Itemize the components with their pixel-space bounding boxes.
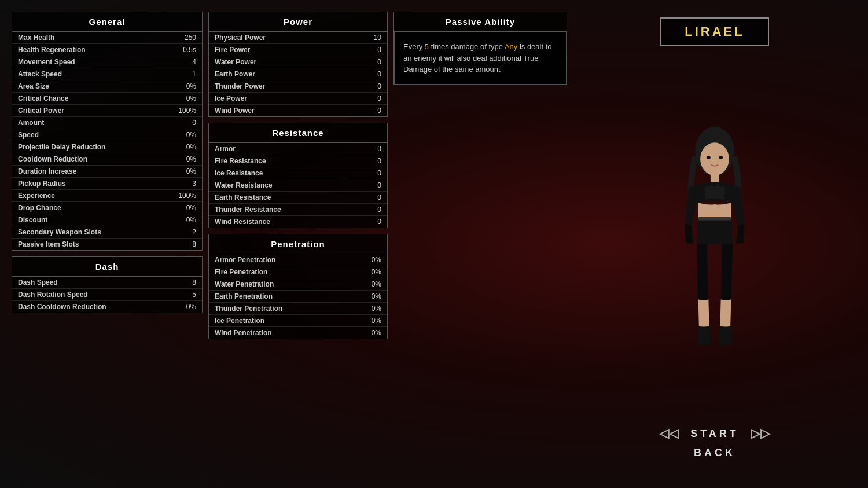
svg-point-3 <box>719 156 723 159</box>
stat-label: Water Resistance <box>215 181 273 189</box>
table-row: Armor0 <box>209 143 387 155</box>
passive-ability-panel: Passive Ability Every 5 times damage of … <box>393 12 567 476</box>
table-row: Wind Resistance0 <box>209 216 387 228</box>
stat-value: 0% <box>173 155 196 163</box>
stat-value: 0% <box>173 167 196 175</box>
stat-value: 0% <box>173 131 196 139</box>
stat-value: 0% <box>358 292 381 300</box>
passive-text-mid: times damage of type <box>429 42 505 51</box>
general-stats-list: Max Health250Health Regeneration0.5sMove… <box>12 32 202 250</box>
table-row: Duration Increase0% <box>12 166 202 178</box>
stat-value: 0% <box>358 256 381 264</box>
stat-value: 3 <box>173 179 196 188</box>
table-row: Ice Power0 <box>209 93 387 105</box>
table-row: Critical Power100% <box>12 105 202 117</box>
table-row: Projectile Delay Reduction0% <box>12 141 202 153</box>
stat-value: 0 <box>358 58 381 66</box>
table-row: Wind Penetration0% <box>209 327 387 339</box>
stat-value: 0 <box>358 107 381 115</box>
passive-header: Passive Ability <box>394 12 567 32</box>
table-row: Water Resistance0 <box>209 179 387 192</box>
stat-label: Duration Increase <box>18 167 76 175</box>
stat-label: Thunder Penetration <box>215 304 282 313</box>
table-row: Drop Chance0% <box>12 202 202 214</box>
stat-label: Fire Penetration <box>215 268 267 276</box>
stat-label: Armor Penetration <box>215 256 275 264</box>
dash-panel: Dash Dash Speed8Dash Rotation Speed5Dash… <box>12 256 203 313</box>
table-row: Secondary Weapon Slots2 <box>12 226 202 239</box>
stat-label: Fire Resistance <box>215 157 266 165</box>
general-header: General <box>12 12 202 32</box>
stat-label: Fire Power <box>215 46 250 54</box>
stat-value: 4 <box>173 58 196 66</box>
next-character-button[interactable]: ▷▷ <box>751 426 770 441</box>
penetration-header: Penetration <box>209 234 387 254</box>
table-row: Thunder Penetration0% <box>209 303 387 315</box>
stat-value: 0% <box>173 82 196 90</box>
power-stats-list: Physical Power10Fire Power0Water Power0E… <box>209 32 387 116</box>
stat-label: Physical Power <box>215 34 266 42</box>
stat-label: Max Health <box>18 34 54 42</box>
dash-stats-list: Dash Speed8Dash Rotation Speed5Dash Cool… <box>12 277 202 313</box>
stat-label: Movement Speed <box>18 58 75 66</box>
stat-value: 0% <box>173 94 196 102</box>
stat-value: 0.5s <box>173 46 196 54</box>
table-row: Dash Rotation Speed5 <box>12 289 202 301</box>
stat-value: 100% <box>173 107 196 115</box>
table-row: Critical Chance0% <box>12 93 202 105</box>
stat-value: 0 <box>358 82 381 90</box>
back-button[interactable]: BACK <box>694 447 735 459</box>
table-row: Wind Power0 <box>209 105 387 116</box>
stat-value: 1 <box>173 70 196 78</box>
stat-label: Ice Penetration <box>215 317 264 325</box>
table-row: Experience100% <box>12 190 202 202</box>
general-panel: General Max Health250Health Regeneration… <box>12 12 203 251</box>
table-row: Movement Speed4 <box>12 56 202 68</box>
stat-label: Ice Power <box>215 94 247 102</box>
prev-character-button[interactable]: ◁◁ <box>659 426 679 441</box>
stat-value: 0 <box>358 206 381 214</box>
table-row: Earth Power0 <box>209 68 387 80</box>
start-nav-row: ◁◁ START ▷▷ <box>584 426 845 441</box>
stat-label: Wind Power <box>215 107 255 115</box>
stat-value: 0% <box>358 317 381 325</box>
stat-value: 0 <box>358 94 381 102</box>
resistance-header: Resistance <box>209 123 387 143</box>
stat-label: Attack Speed <box>18 70 62 78</box>
stat-value: 0 <box>358 46 381 54</box>
resistance-stats-list: Armor0Fire Resistance0Ice Resistance0Wat… <box>209 143 387 228</box>
table-row: Passive Item Slots8 <box>12 239 202 250</box>
table-row: Fire Resistance0 <box>209 155 387 167</box>
stat-label: Thunder Power <box>215 82 265 90</box>
svg-rect-5 <box>698 217 731 220</box>
start-label[interactable]: START <box>690 428 739 440</box>
stat-label: Critical Power <box>18 107 64 115</box>
table-row: Thunder Resistance0 <box>209 204 387 216</box>
character-name-box: LIRAEL <box>660 17 768 46</box>
stat-label: Passive Item Slots <box>18 240 79 248</box>
svg-point-2 <box>707 156 711 159</box>
table-row: Attack Speed1 <box>12 68 202 80</box>
stat-value: 0% <box>173 216 196 224</box>
stat-value: 0 <box>358 181 381 189</box>
power-header: Power <box>209 12 387 32</box>
stat-label: Projectile Delay Reduction <box>18 143 105 151</box>
table-row: Physical Power10 <box>209 32 387 44</box>
table-row: Dash Speed8 <box>12 277 202 289</box>
stat-value: 0 <box>358 218 381 226</box>
table-row: Water Penetration0% <box>209 278 387 291</box>
stat-value: 0% <box>173 303 196 311</box>
table-row: Fire Penetration0% <box>209 266 387 278</box>
passive-highlight-1: 5 <box>425 42 429 51</box>
stat-label: Earth Penetration <box>215 292 273 300</box>
middle-column: Power Physical Power10Fire Power0Water P… <box>208 12 388 476</box>
character-figure <box>584 46 845 426</box>
stat-label: Cooldown Reduction <box>18 155 87 163</box>
stat-label: Health Regeneration <box>18 46 86 54</box>
stat-value: 0 <box>358 169 381 177</box>
stat-label: Thunder Resistance <box>215 206 281 214</box>
stat-value: 8 <box>173 278 196 287</box>
resistance-panel: Resistance Armor0Fire Resistance0Ice Res… <box>208 123 388 228</box>
table-row: Speed0% <box>12 129 202 141</box>
stat-value: 250 <box>173 34 196 42</box>
